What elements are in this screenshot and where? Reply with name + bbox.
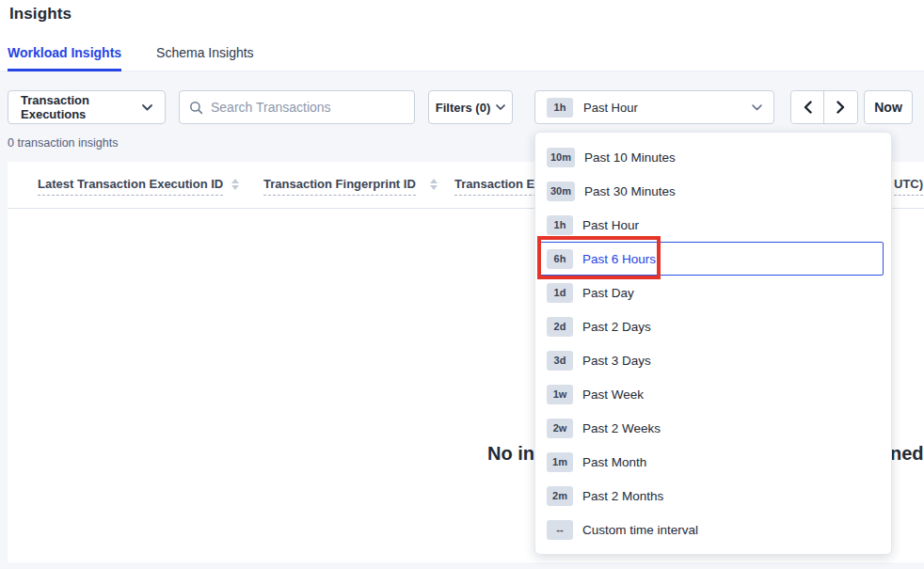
insights-count: 0 transaction insights <box>8 136 118 150</box>
top-bar: Insights Workload Insights Schema Insigh… <box>0 0 924 71</box>
time-option-30m[interactable]: 30m Past 30 Minutes <box>539 174 884 208</box>
time-interval-select[interactable]: 1h Past Hour <box>534 90 774 124</box>
next-interval-button[interactable] <box>824 91 857 123</box>
option-badge: -- <box>547 520 573 540</box>
empty-state-message-right: ned. <box>890 443 924 465</box>
option-label: Past Month <box>582 455 646 469</box>
option-label: Past 10 Minutes <box>584 150 676 165</box>
option-label: Past 2 Weeks <box>582 421 661 435</box>
option-badge: 1d <box>547 283 573 303</box>
previous-interval-button[interactable] <box>791 91 824 123</box>
option-badge: 30m <box>547 182 575 201</box>
option-label: Custom time interval <box>582 523 698 537</box>
empty-state-message-left: No in <box>487 443 534 465</box>
search-container <box>179 90 415 124</box>
option-label: Past Hour <box>582 218 639 232</box>
transaction-type-label: Transaction Executions <box>21 93 142 121</box>
option-badge: 2w <box>547 419 573 438</box>
option-label: Past Week <box>582 387 644 402</box>
option-badge: 2m <box>547 486 573 506</box>
time-option-1w[interactable]: 1w Past Week <box>539 377 884 411</box>
annotation-box <box>537 236 661 279</box>
time-interval-badge: 1h <box>547 98 573 118</box>
option-badge: 10m <box>547 148 575 167</box>
time-option-1m[interactable]: 1m Past Month <box>539 445 884 479</box>
page-title: Insights <box>9 5 72 24</box>
column-header-transaction-fingerprint-id[interactable]: Transaction Fingerprint ID <box>263 177 416 196</box>
option-badge: 3d <box>547 351 573 371</box>
tab-bar: Workload Insights Schema Insights <box>8 45 254 71</box>
time-option-2w[interactable]: 2w Past 2 Weeks <box>539 411 884 445</box>
tab-schema-insights[interactable]: Schema Insights <box>156 45 254 71</box>
sort-icon[interactable] <box>231 179 239 190</box>
option-badge: 1h <box>547 215 573 235</box>
search-icon <box>189 101 203 115</box>
option-label: Past 3 Days <box>582 354 651 368</box>
chevron-down-icon <box>142 104 152 111</box>
option-badge: 1m <box>547 452 573 472</box>
option-label: Past 2 Months <box>582 489 663 503</box>
option-label: Past 30 Minutes <box>584 184 676 198</box>
filters-button[interactable]: Filters (0) <box>428 90 513 124</box>
time-interval-label: Past Hour <box>583 101 638 115</box>
column-header-utc[interactable]: UTC) <box>894 177 923 196</box>
option-badge: 2d <box>547 317 573 337</box>
sort-icon[interactable] <box>430 179 438 190</box>
time-option-10m[interactable]: 10m Past 10 Minutes <box>539 140 884 174</box>
time-option-1d[interactable]: 1d Past Day <box>539 276 884 309</box>
time-option-3d[interactable]: 3d Past 3 Days <box>539 343 884 377</box>
filters-label: Filters (0) <box>436 101 491 115</box>
option-label: Past Day <box>582 286 634 300</box>
search-input[interactable] <box>211 100 405 115</box>
time-option-2m[interactable]: 2m Past 2 Months <box>539 479 884 513</box>
tab-workload-insights[interactable]: Workload Insights <box>8 45 121 71</box>
time-interval-dropdown: 10m Past 10 Minutes 30m Past 30 Minutes … <box>534 132 892 555</box>
option-label: Past 2 Days <box>582 320 651 334</box>
column-header-transaction-execution[interactable]: Transaction Ex <box>454 177 541 196</box>
time-nav-arrows <box>790 90 858 124</box>
chevron-down-icon <box>752 104 762 111</box>
transaction-type-select[interactable]: Transaction Executions <box>8 90 166 124</box>
time-option-custom[interactable]: -- Custom time interval <box>539 513 884 546</box>
now-button[interactable]: Now <box>864 90 913 124</box>
chevron-down-icon <box>496 104 505 110</box>
time-option-2d[interactable]: 2d Past 2 Days <box>539 309 884 343</box>
option-badge: 1w <box>547 385 573 404</box>
column-header-latest-transaction-execution-id[interactable]: Latest Transaction Execution ID <box>38 177 223 196</box>
